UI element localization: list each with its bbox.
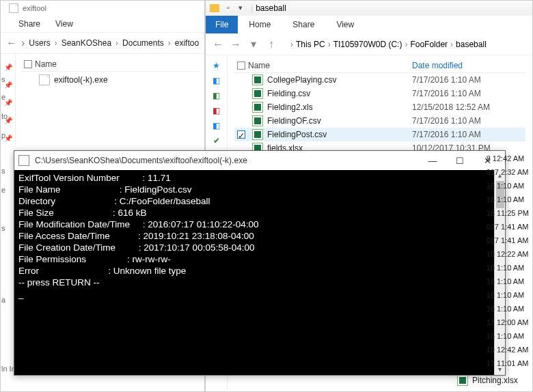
console-output: ExifTool Version Number : 11.71 File Nam…	[14, 170, 505, 375]
file-name: exiftool(-k).exe	[54, 75, 108, 85]
file-name: Fielding2.xls	[267, 102, 313, 112]
breadcrumb-item[interactable]: SeanKOShea	[62, 38, 111, 48]
column-date[interactable]: Date modified	[412, 61, 463, 70]
chevron-down-icon[interactable]: ▾	[236, 3, 245, 13]
star-icon[interactable]: ★	[206, 58, 227, 73]
sidebar-label: s	[1, 75, 5, 83]
file-date-partial: 16 1:10 AM	[487, 195, 529, 208]
nav-forward-icon[interactable]: →	[229, 38, 243, 51]
exe-icon	[18, 155, 29, 166]
file-date: 7/17/2016 1:10 AM	[412, 89, 481, 98]
tab-home[interactable]: Home	[238, 20, 282, 29]
file-date-partial: 19 12:22 AM	[487, 249, 529, 263]
quick-item[interactable]: ◧	[206, 103, 227, 118]
select-all-checkbox[interactable]	[237, 61, 245, 70]
column-headers: Name	[21, 57, 199, 72]
folder-icon	[9, 3, 18, 13]
sidebar-label: to	[1, 112, 8, 120]
window-title: exiftool	[23, 4, 46, 12]
file-name: Pitching.xlsx	[472, 376, 518, 385]
file-date: 7/17/2016 1:10 AM	[412, 130, 481, 139]
file-date: 7/17/2016 1:10 AM	[412, 75, 481, 85]
console-window: C:\Users\SeanKOShea\Documents\exiftool\e…	[14, 150, 506, 376]
minimize-button[interactable]: —	[419, 151, 446, 170]
nav-up-icon[interactable]: ↑	[264, 38, 278, 51]
file-row[interactable]: exiftool(-k).exe	[21, 72, 199, 88]
window-title-bar: ▫ ▾ | baseball	[206, 1, 532, 16]
excel-icon	[252, 115, 263, 126]
file-date-partial: 16 1:10 AM	[487, 277, 529, 290]
breadcrumb[interactable]: Users› SeanKOShea› Documents› exiftoo	[29, 38, 199, 48]
console-title-bar: C:\Users\SeanKOShea\Documents\exiftool\e…	[14, 151, 505, 170]
sidebar-label: s	[1, 224, 5, 232]
window-title: baseball	[256, 3, 286, 13]
column-headers: Name Date modified	[234, 58, 525, 73]
breadcrumb-item[interactable]: exiftoo	[175, 38, 199, 48]
folder-icon	[210, 4, 219, 12]
file-date-partial: 8 12:42 AM	[487, 154, 529, 167]
file-name: Fielding.csv	[267, 89, 310, 98]
column-name[interactable]: Name	[248, 61, 270, 70]
file-date-partial: 017 1:41 AM	[487, 222, 529, 236]
quick-item[interactable]: ◧	[206, 73, 227, 88]
quick-item[interactable]: ◧	[206, 88, 227, 103]
file-row[interactable]: CollegePlaying.csv7/17/2016 1:10 AM	[234, 73, 525, 87]
file-row[interactable]: Pitching.xlsx 12/8/2017 12:52 AM	[439, 374, 532, 387]
excel-icon	[252, 74, 263, 85]
address-bar[interactable]: › This PC› TI105970W0D (C:)› FooFolder› …	[282, 36, 489, 53]
file-date: 7/17/2016 1:10 AM	[412, 116, 481, 126]
nav-bar: ← › Users› SeanKOShea› Documents› exifto…	[1, 32, 204, 54]
ribbon: File Home Share View	[206, 16, 532, 33]
sidebar-label: a	[1, 296, 5, 304]
file-row[interactable]: FieldingOF.csv7/17/2016 1:10 AM	[234, 114, 525, 128]
maximize-button[interactable]: ☐	[446, 151, 474, 170]
row-checkbox[interactable]: ✓	[237, 130, 245, 139]
file-name: CollegePlaying.csv	[267, 75, 336, 85]
tab-view[interactable]: View	[55, 19, 73, 29]
qat-button[interactable]: ▫	[223, 3, 233, 13]
quick-item[interactable]: ✔	[206, 133, 227, 148]
excel-icon	[252, 129, 263, 140]
tab-share[interactable]: Share	[282, 20, 325, 29]
breadcrumb-item[interactable]: baseball	[456, 40, 487, 49]
breadcrumb-item[interactable]: This PC	[296, 40, 325, 49]
file-date-partial: 16 1:10 AM	[487, 263, 529, 277]
file-date-partial: 017 2:32 AM	[487, 167, 529, 181]
quick-item[interactable]: ◧	[206, 118, 227, 133]
file-name: FieldingPost.csv	[267, 130, 327, 139]
window-title-bar: exiftool	[1, 1, 204, 16]
chevron-down-icon[interactable]: ▾	[247, 38, 260, 51]
pin-icon[interactable]: 📌	[1, 58, 15, 76]
excel-icon	[252, 88, 263, 99]
select-all-checkbox[interactable]	[24, 60, 32, 68]
nav-back-icon[interactable]: ←	[6, 37, 17, 49]
tab-share[interactable]: Share	[18, 19, 40, 29]
file-date-partial: 16 1:10 AM	[487, 331, 529, 345]
file-row[interactable]: ✓FieldingPost.csv7/17/2016 1:10 AM	[234, 128, 525, 141]
breadcrumb-item[interactable]: Documents	[122, 38, 164, 48]
file-row[interactable]: Fielding.csv7/17/2016 1:10 AM	[234, 87, 525, 100]
date-column-partial: 8 12:42 AM017 2:32 AM16 1:10 AM16 1:10 A…	[487, 154, 529, 372]
file-name: FieldingOF.csv	[267, 116, 321, 126]
file-date-partial: 18 11:25 PM	[487, 208, 529, 222]
separator: |	[251, 3, 253, 13]
file-date-partial: 16 1:10 AM	[487, 181, 529, 195]
file-date-partial: 017 1:41 AM	[487, 236, 529, 249]
breadcrumb-item[interactable]: TI105970W0D (C:)	[333, 40, 402, 49]
nav-bar: ← → ▾ ↑ › This PC› TI105970W0D (C:)› Foo…	[206, 33, 532, 55]
column-name[interactable]: Name	[35, 59, 57, 69]
console-title: C:\Users\SeanKOShea\Documents\exiftool\e…	[35, 156, 247, 165]
file-date: 12/15/2018 12:52 AM	[412, 102, 490, 112]
file-date-partial: 19 12:42 AM	[487, 345, 529, 359]
sidebar-label: s	[1, 167, 5, 175]
exe-icon	[39, 74, 50, 85]
tab-view[interactable]: View	[325, 20, 365, 29]
file-row[interactable]: Fielding2.xls12/15/2018 12:52 AM	[234, 100, 525, 114]
breadcrumb-item[interactable]: FooFolder	[410, 40, 448, 49]
excel-icon	[252, 102, 263, 113]
tab-file[interactable]: File	[206, 16, 238, 33]
nav-back-icon[interactable]: ←	[211, 38, 225, 51]
file-date-partial: 17 12:00 AM	[487, 318, 529, 331]
chevron-right-icon: ›	[21, 37, 25, 49]
breadcrumb-item[interactable]: Users	[29, 38, 50, 48]
